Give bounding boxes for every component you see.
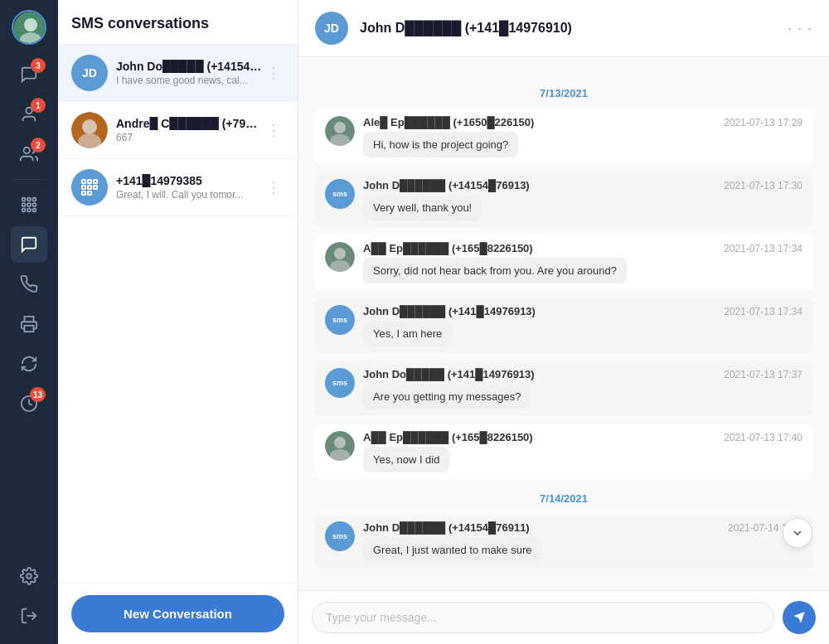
msg-bubble-5: Are you getting my messages? xyxy=(363,384,531,409)
msg-sender-3: A██ Ep██████ (+165█8226150) xyxy=(363,242,533,254)
conv-preview-2: 667 xyxy=(116,132,263,143)
svg-point-30 xyxy=(334,122,346,133)
contacts-icon[interactable]: 1 xyxy=(11,96,47,133)
msg-header-6: A██ Ep██████ (+165█8226150) 2021-07-13 1… xyxy=(363,431,802,443)
message-row-4: sms John D██████ (+141█14976913) 2021-07… xyxy=(315,298,812,353)
msg-content-5: John Do█████ (+141█14976913) 2021-07-13 … xyxy=(363,368,802,409)
chat-badge: 3 xyxy=(31,58,46,73)
send-button[interactable] xyxy=(783,601,816,634)
conv-name-2: Andre█ C██████ (+79859... xyxy=(116,117,263,130)
msg-content-6: A██ Ep██████ (+165█8226150) 2021-07-13 1… xyxy=(363,431,802,472)
conversation-item-3[interactable]: +141█14979385 Great, I will. Call you to… xyxy=(58,159,298,216)
msg-time-1: 2021-07-13 17:29 xyxy=(724,117,802,128)
conv-info-2: Andre█ C██████ (+79859... 667 xyxy=(116,117,263,143)
conv-more-1[interactable]: ⋮ xyxy=(263,61,284,85)
svg-point-4 xyxy=(24,148,30,153)
msg-header-1: Ale█ Ep██████ (+1650█226150) 2021-07-13 … xyxy=(363,116,802,128)
chat-panel: JD John D██████ (+141█14976910) · · · 7/… xyxy=(298,0,829,644)
msg-content-1: Ale█ Ep██████ (+1650█226150) 2021-07-13 … xyxy=(363,116,802,157)
svg-rect-24 xyxy=(82,186,85,189)
settings-icon[interactable] xyxy=(11,558,47,594)
conv-preview-3: Great, I will. Call you tomor... xyxy=(116,189,263,201)
msg-time-2: 2021-07-13 17:30 xyxy=(724,180,802,191)
header-dots-icon[interactable]: · · · xyxy=(788,20,812,36)
logout-icon[interactable] xyxy=(11,598,47,634)
chat-messages: 7/13/2021 Ale█ Ep██████ (+1650█226150) 2… xyxy=(298,57,829,590)
dialpad-icon[interactable] xyxy=(11,186,47,223)
msg-time-4: 2021-07-13 17:34 xyxy=(724,306,802,317)
msg-avatar-3 xyxy=(325,242,355,272)
phone-dialpad-icon[interactable] xyxy=(11,266,47,303)
msg-sender-1: Ale█ Ep██████ (+1650█226150) xyxy=(363,116,534,128)
conversations-panel: SMS conversations JD John Do█████ (+1415… xyxy=(58,0,298,644)
conversations-header: SMS conversations xyxy=(58,0,298,45)
msg-header-7: John D██████ (+14154█76911) 2021-07-14 1… xyxy=(363,521,802,534)
svg-rect-23 xyxy=(94,180,97,183)
msg-bubble-4: Yes, I am here xyxy=(363,321,452,346)
group-badge: 2 xyxy=(31,138,46,153)
svg-point-36 xyxy=(334,437,346,448)
date-divider-1: 7/13/2021 xyxy=(315,87,812,99)
svg-rect-6 xyxy=(27,198,31,201)
msg-avatar-7: sms xyxy=(325,521,355,551)
msg-header-5: John Do█████ (+141█14976913) 2021-07-13 … xyxy=(363,368,802,380)
conversation-item-1[interactable]: JD John Do█████ (+14154976... I have som… xyxy=(58,45,298,102)
conversation-item-2[interactable]: Andre█ C██████ (+79859... 667 ⋮ xyxy=(58,102,298,159)
message-input[interactable] xyxy=(312,602,774,633)
conv-name-3: +141█14979385 xyxy=(116,174,263,187)
conv-more-3[interactable]: ⋮ xyxy=(263,175,284,200)
chat-header-avatar: JD xyxy=(315,12,348,45)
msg-avatar-1 xyxy=(325,116,355,146)
conv-name-1: John Do█████ (+14154976... xyxy=(116,60,263,73)
conversations-list: JD John Do█████ (+14154976... I have som… xyxy=(58,45,298,583)
message-row-7: sms John D██████ (+14154█76911) 2021-07-… xyxy=(315,515,812,569)
contacts-badge: 1 xyxy=(31,98,46,113)
queue-icon[interactable]: 13 xyxy=(11,385,47,422)
conv-avatar-2 xyxy=(71,112,108,148)
svg-rect-5 xyxy=(22,198,26,201)
msg-sender-6: A██ Ep██████ (+165█8226150) xyxy=(363,431,533,443)
date-divider-2: 7/14/2021 xyxy=(315,492,812,505)
chat-icon[interactable]: 3 xyxy=(11,56,47,93)
msg-avatar-2: sms xyxy=(325,179,355,209)
svg-rect-22 xyxy=(88,180,91,183)
chat-header-name: John D██████ (+141█14976910) xyxy=(360,21,572,36)
svg-rect-11 xyxy=(22,209,26,212)
svg-rect-27 xyxy=(82,191,85,195)
message-row-5: sms John Do█████ (+141█14976913) 2021-07… xyxy=(315,361,812,416)
svg-rect-21 xyxy=(82,180,85,183)
svg-point-1 xyxy=(24,18,37,31)
msg-sender-5: John Do█████ (+141█14976913) xyxy=(363,368,535,380)
sms-icon[interactable] xyxy=(11,226,47,263)
rail-divider-1 xyxy=(12,179,46,180)
msg-time-5: 2021-07-13 17:37 xyxy=(724,369,802,380)
fax-icon[interactable] xyxy=(11,306,47,342)
scroll-down-button[interactable] xyxy=(783,518,812,548)
msg-content-2: John D██████ (+14154█76913) 2021-07-13 1… xyxy=(363,179,802,220)
msg-sender-7: John D██████ (+14154█76911) xyxy=(363,521,530,534)
msg-time-6: 2021-07-13 17:40 xyxy=(724,432,802,443)
svg-rect-26 xyxy=(94,186,97,189)
msg-bubble-3: Sorry, did not hear back from you. Are y… xyxy=(363,258,627,283)
msg-header-2: John D██████ (+14154█76913) 2021-07-13 1… xyxy=(363,179,802,191)
svg-rect-28 xyxy=(88,191,91,195)
message-row-3: A██ Ep██████ (+165█8226150) 2021-07-13 1… xyxy=(315,235,812,290)
conv-more-2[interactable]: ⋮ xyxy=(263,118,284,143)
msg-time-3: 2021-07-13 17:34 xyxy=(724,243,802,254)
svg-rect-12 xyxy=(27,209,31,212)
conv-avatar-1: JD xyxy=(71,55,108,91)
conv-info-1: John Do█████ (+14154976... I have some g… xyxy=(116,60,263,86)
msg-sender-2: John D██████ (+14154█76913) xyxy=(363,179,530,191)
icon-rail: 3 1 2 xyxy=(0,0,58,644)
chat-input-area xyxy=(298,590,829,644)
user-avatar xyxy=(12,10,46,45)
msg-header-4: John D██████ (+141█14976913) 2021-07-13 … xyxy=(363,305,802,317)
msg-content-3: A██ Ep██████ (+165█8226150) 2021-07-13 1… xyxy=(363,242,802,283)
group-icon[interactable]: 2 xyxy=(11,136,47,172)
callback-icon[interactable] xyxy=(11,346,47,382)
msg-content-4: John D██████ (+141█14976913) 2021-07-13 … xyxy=(363,305,802,346)
msg-content-7: John D██████ (+14154█76911) 2021-07-14 1… xyxy=(363,521,802,563)
conv-avatar-3 xyxy=(71,169,108,206)
new-conversation-button[interactable]: New Conversation xyxy=(71,595,284,632)
conv-preview-1: I have some good news, cal... xyxy=(116,75,263,86)
